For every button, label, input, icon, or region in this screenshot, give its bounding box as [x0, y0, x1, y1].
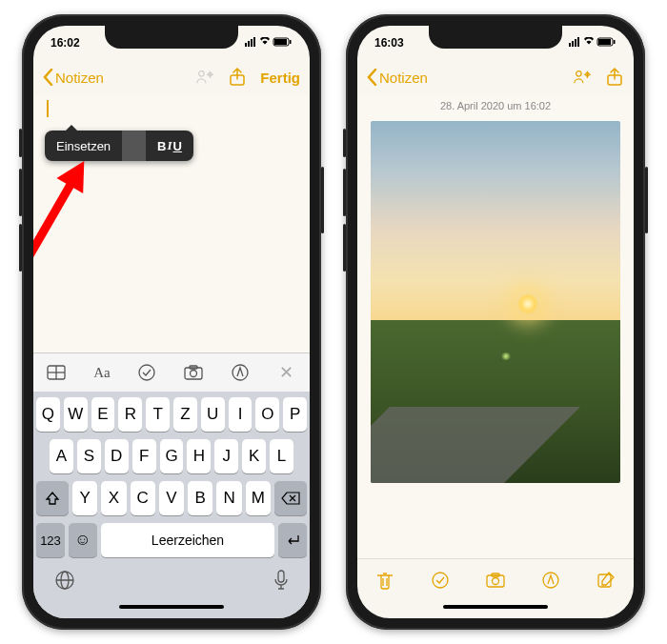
key-f[interactable]: F: [132, 439, 156, 473]
numbers-key[interactable]: 123: [36, 523, 65, 557]
shift-key[interactable]: [36, 481, 69, 515]
note-content[interactable]: 28. April 2020 um 16:02: [357, 94, 634, 558]
svg-line-12: [33, 179, 73, 301]
mic-icon[interactable]: [273, 570, 289, 594]
key-k[interactable]: K: [242, 439, 266, 473]
keyboard: QWERTZUIOP ASDFGHJKL YXCVBNM 123 ☺ Leerz…: [33, 392, 310, 563]
svg-rect-39: [487, 575, 504, 587]
status-icons: [245, 36, 293, 50]
paste-option[interactable]: Einsetzen: [45, 139, 122, 153]
key-z[interactable]: Z: [173, 397, 197, 432]
key-x[interactable]: X: [101, 481, 126, 515]
svg-rect-3: [253, 37, 255, 47]
key-o[interactable]: O: [255, 397, 279, 432]
back-label: Notizen: [379, 70, 428, 86]
back-button[interactable]: Notizen: [43, 69, 104, 86]
inserted-photo[interactable]: [371, 121, 620, 483]
status-time: 16:02: [51, 36, 80, 50]
camera-icon[interactable]: [184, 363, 203, 382]
return-key[interactable]: [278, 523, 307, 557]
svg-rect-32: [614, 40, 616, 44]
svg-rect-5: [274, 39, 287, 45]
textstyle-button[interactable]: Aa: [93, 365, 111, 381]
status-icons: [569, 36, 616, 50]
svg-point-33: [576, 71, 581, 76]
key-u[interactable]: U: [201, 397, 225, 432]
keyboard-toolbar: Aa ✕: [33, 352, 310, 392]
svg-rect-2: [251, 39, 253, 47]
checklist-icon[interactable]: [137, 363, 156, 382]
camera-icon[interactable]: [486, 571, 505, 590]
share-icon[interactable]: [605, 68, 624, 87]
nav-bar: Notizen: [357, 60, 634, 94]
key-s[interactable]: S: [77, 439, 101, 473]
key-p[interactable]: P: [283, 397, 307, 432]
markup-icon[interactable]: [541, 571, 560, 590]
key-y[interactable]: Y: [72, 481, 97, 515]
home-indicator[interactable]: [119, 605, 224, 609]
done-button[interactable]: Fertig: [260, 70, 300, 86]
key-h[interactable]: H: [187, 439, 211, 473]
note-timestamp: 28. April 2020 um 16:02: [357, 94, 634, 117]
phone-left: 16:02 Notizen Fertig Ein: [22, 14, 321, 630]
key-j[interactable]: J: [214, 439, 238, 473]
svg-rect-28: [575, 39, 576, 47]
trash-icon[interactable]: [375, 571, 394, 590]
svg-rect-0: [245, 43, 247, 47]
key-i[interactable]: I: [229, 397, 253, 432]
format-option[interactable]: BIU: [146, 138, 193, 153]
space-key[interactable]: Leerzeichen: [101, 523, 274, 557]
svg-rect-27: [572, 41, 574, 47]
key-m[interactable]: M: [246, 481, 271, 515]
key-c[interactable]: C: [131, 481, 155, 515]
key-e[interactable]: E: [91, 397, 115, 432]
key-l[interactable]: L: [270, 439, 293, 473]
markup-icon[interactable]: [231, 363, 250, 382]
bottom-toolbar: [357, 558, 634, 601]
backspace-key[interactable]: [274, 481, 307, 515]
key-t[interactable]: T: [146, 397, 170, 432]
close-keyboard-icon[interactable]: ✕: [277, 363, 296, 382]
key-w[interactable]: W: [64, 397, 88, 432]
svg-point-7: [199, 71, 204, 76]
key-v[interactable]: V: [159, 481, 184, 515]
note-editor[interactable]: Einsetzen BIU: [33, 94, 310, 352]
svg-rect-1: [248, 41, 250, 47]
svg-point-38: [433, 573, 448, 588]
share-icon[interactable]: [228, 68, 247, 87]
svg-rect-25: [278, 571, 284, 582]
key-r[interactable]: R: [118, 397, 142, 432]
compose-icon[interactable]: [596, 571, 616, 590]
emoji-key[interactable]: ☺: [69, 523, 97, 557]
status-time: 16:03: [374, 36, 404, 50]
collaborate-icon[interactable]: [573, 68, 592, 87]
key-b[interactable]: B: [188, 481, 212, 515]
table-icon[interactable]: [47, 363, 66, 382]
svg-rect-29: [577, 37, 579, 47]
svg-point-17: [139, 365, 154, 380]
back-label: Notizen: [55, 70, 104, 86]
svg-point-19: [191, 371, 197, 377]
globe-icon[interactable]: [54, 570, 75, 594]
checklist-icon[interactable]: [431, 571, 450, 590]
home-indicator[interactable]: [443, 605, 548, 609]
key-g[interactable]: G: [160, 439, 184, 473]
svg-point-40: [493, 578, 499, 585]
key-d[interactable]: D: [105, 439, 129, 473]
key-n[interactable]: N: [216, 481, 241, 515]
svg-rect-31: [598, 39, 611, 45]
key-a[interactable]: A: [50, 439, 73, 473]
nav-bar: Notizen Fertig: [33, 60, 310, 94]
back-button[interactable]: Notizen: [367, 69, 428, 86]
annotation-arrow: [33, 151, 101, 319]
svg-rect-18: [185, 368, 202, 379]
svg-rect-6: [290, 40, 292, 44]
key-q[interactable]: Q: [36, 397, 60, 432]
text-cursor: [47, 100, 49, 117]
collaborate-icon[interactable]: [195, 68, 214, 87]
svg-rect-26: [569, 43, 571, 47]
phone-right: 16:03 Notizen 28. April 2020 um 16:02: [346, 14, 645, 630]
